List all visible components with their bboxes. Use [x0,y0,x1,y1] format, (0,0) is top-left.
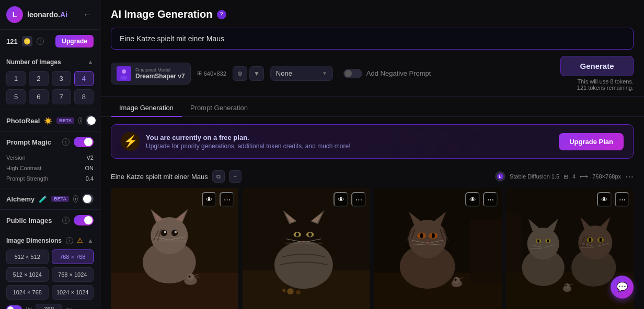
tabs-row: Image Generation Prompt Generation [100,100,644,117]
logo-avatar: L [6,6,23,23]
width-unit: px [66,306,72,309]
number-grid: 1 2 3 4 5 6 7 8 [6,71,94,104]
num-btn-7[interactable]: 7 [52,89,71,104]
public-images-toggle[interactable] [74,215,94,225]
dimensions-info-icon[interactable]: i [66,237,73,244]
dim-512x512[interactable]: 512 × 512 [6,249,49,264]
more-image-btn-1[interactable]: ⋯ [220,192,234,207]
dim-768x768[interactable]: 768 × 768 [52,249,94,264]
width-input[interactable] [36,304,62,309]
more-image-btn-4[interactable]: ⋯ [615,192,629,207]
more-options-icon[interactable]: ⋯ [625,172,634,182]
image-dimensions-label: Image Dimensions [6,237,62,244]
result-size: 768×768px [592,173,621,180]
lightning-icon: ⚡ [121,132,140,151]
token-info-icon[interactable]: i [37,38,44,45]
upgrade-plan-button[interactable]: Upgrade Plan [559,133,624,150]
alchemy-info-icon[interactable]: i [73,195,78,203]
num-btn-2[interactable]: 2 [29,71,48,86]
page-title-info-icon[interactable]: ? [217,10,226,19]
negative-prompt-row: Add Negative Prompt [343,69,431,78]
chat-fab-button[interactable]: 💬 [611,276,634,299]
num-btn-4[interactable]: 4 [74,71,94,86]
main-content: AI Image Generation ? Finetuned Model Dr [100,0,644,309]
num-btn-5[interactable]: 5 [6,89,26,104]
public-images-info-icon[interactable]: i [62,217,70,224]
version-row: Version V2 [6,153,94,162]
image-card-2[interactable]: 👁 ⋯ [243,188,370,309]
dim-1024x768[interactable]: 1024 × 768 [6,285,49,300]
prompt-input-container [111,28,634,50]
style-dropdown[interactable]: None ▼ [270,66,333,81]
image-card-3[interactable]: 👁 ⋯ [374,188,502,309]
upgrade-button[interactable]: Upgrade [55,35,94,47]
negative-prompt-label: Add Negative Prompt [366,69,431,77]
num-btn-3[interactable]: 3 [52,71,71,86]
model-icon-btn-1[interactable]: ⊕ [233,66,247,81]
dimensions-lock-toggle[interactable] [6,305,22,309]
model-icon-btn-2[interactable]: ▼ [249,66,264,81]
size-grid-icon: ⊞ [197,70,202,77]
sidebar-collapse-button[interactable]: ← [81,9,94,20]
high-contrast-label: High Contrast [6,165,41,171]
num-btn-1[interactable]: 1 [6,71,26,86]
alchemy-row: Alchemy 🧪 BETA i [0,188,100,210]
copy-prompt-button[interactable]: ⧉ [212,170,225,183]
photoreal-beta-badge: BETA [56,117,74,124]
content-area: ⚡ You are currently on a free plan. Upgr… [100,117,644,309]
num-btn-8[interactable]: 8 [74,89,94,104]
image-card-1[interactable]: 👁 ⋯ [111,188,238,309]
num-btn-6[interactable]: 6 [29,89,48,104]
add-prompt-button[interactable]: + [229,170,242,183]
size-badge: ⊞ 640×832 [197,70,226,77]
model-row: Finetuned Model DreamShaper v7 ⊞ 640×832… [111,56,634,91]
banner-title: You are currently on a free plan. [146,134,553,141]
prompt-magic-toggle[interactable] [74,137,94,147]
width-row: W px [6,304,94,309]
prompt-input[interactable] [111,28,634,50]
photoreal-row: PhotoReal ☀️ BETA i [0,110,100,132]
main-header: AI Image Generation ? Finetuned Model Dr [100,0,644,97]
negative-prompt-toggle[interactable] [343,69,362,78]
generate-button[interactable]: Generate [560,56,634,76]
tab-prompt-generation[interactable]: Prompt Generation [182,100,256,117]
version-value: V2 [87,154,94,161]
view-image-btn-1[interactable]: 👁 [202,192,216,207]
view-image-btn-3[interactable]: 👁 [465,192,480,207]
prompt-strength-row: Prompt Strength 0.4 [6,174,94,183]
image-grid-1: 👁 ⋯ [111,188,634,309]
model-selector[interactable]: Finetuned Model DreamShaper v7 [111,63,191,85]
sidebar: L leonardo.Ai ← 121 🪙 i Upgrade Number o… [0,0,100,309]
view-image-btn-4[interactable]: 👁 [597,192,612,207]
more-image-btn-2[interactable]: ⋯ [351,192,366,207]
result-count: 4 [572,173,576,180]
banner-text: You are currently on a free plan. Upgrad… [146,134,553,150]
banner-subtitle: Upgrade for priority generations, additi… [146,142,553,150]
dimensions-chevron-icon[interactable]: ▲ [87,237,94,244]
prompt-magic-info-icon[interactable]: i [62,138,70,146]
chevron-up-icon[interactable]: ▲ [87,58,94,66]
prompt-magic-section: Prompt Magic i Version V2 High Contrast … [0,132,100,188]
tab-image-generation[interactable]: Image Generation [111,100,182,117]
photoreal-toggle[interactable] [86,115,94,126]
public-images-label: Public Images [6,217,58,224]
token-info-block: This will use 8 tokens. 121 tokens remai… [577,78,634,91]
results-prompt-text: Eine Katze spielt mit einer Maus ⧉ + [111,170,242,183]
dim-512x1024[interactable]: 512 × 1024 [6,267,49,282]
dropdown-arrow-icon: ▼ [322,70,327,76]
more-image-btn-3[interactable]: ⋯ [483,192,498,207]
view-image-btn-2[interactable]: 👁 [334,192,348,207]
alchemy-toggle[interactable] [82,194,94,204]
dim-768x1024[interactable]: 768 × 1024 [52,267,94,282]
logo-area: L leonardo.Ai [6,6,67,23]
model-action-icons: ⊕ ▼ [233,66,264,81]
dim-1024x1024[interactable]: 1024 × 1024 [52,285,94,300]
prompt-strength-label: Prompt Strength [6,175,48,182]
model-logo-icon: L [495,171,505,182]
model-avatar [117,66,131,81]
photoreal-info-icon[interactable]: i [78,117,82,124]
version-label: Version [6,154,26,161]
token-info-line2: 121 tokens remaining. [577,85,634,91]
high-contrast-value: ON [85,165,94,171]
alchemy-flask-icon: 🧪 [39,195,47,203]
